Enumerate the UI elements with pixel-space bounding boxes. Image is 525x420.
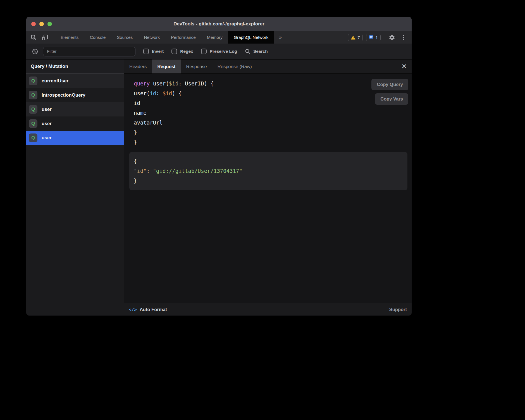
tab-elements[interactable]: Elements (55, 31, 84, 44)
code-line: avatarUrl (134, 118, 412, 128)
code-line: query user($id: UserID) { (134, 79, 412, 89)
query-list-header: Query / Mutation (26, 59, 124, 74)
tab-graphql-network[interactable]: GraphQL Network (228, 31, 274, 44)
code-line: "id": "gid://gitlab/User/13704317" (134, 166, 407, 176)
invert-checkbox[interactable] (143, 49, 149, 54)
query-row-user-2[interactable]: Q user (26, 116, 124, 131)
query-row-currentuser[interactable]: Q currentUser (26, 74, 124, 88)
regex-label: Regex (180, 49, 193, 54)
warning-count: 7 (357, 35, 360, 40)
tab-network[interactable]: Network (138, 31, 165, 44)
settings-gear-icon[interactable] (388, 33, 396, 42)
warnings-badge[interactable]: 7 (348, 34, 362, 41)
tab-console[interactable]: Console (84, 31, 111, 44)
tab-memory[interactable]: Memory (201, 31, 228, 44)
issue-count: 1 (376, 35, 378, 40)
preserve-log-checkbox-group[interactable]: Preserve Log (201, 49, 237, 54)
auto-format-toggle[interactable]: </> Auto Format (129, 307, 167, 312)
search-label: Search (253, 49, 268, 54)
code-line: } (134, 137, 412, 147)
code-line: id (134, 98, 412, 108)
request-body: query user($id: UserID) { user(id: $id) … (124, 74, 412, 303)
toolbar-divider (384, 34, 384, 41)
toolbar-divider (52, 34, 52, 41)
tab-performance[interactable]: Performance (165, 31, 201, 44)
support-link[interactable]: Support (389, 307, 407, 312)
query-row-introspectionquery[interactable]: Q IntrospectionQuery (26, 88, 124, 102)
code-line: } (134, 128, 412, 137)
query-variables-code: { "id": "gid://gitlab/User/13704317"} (134, 156, 407, 186)
code-line: } (134, 176, 407, 186)
query-row-user-1[interactable]: Q user (26, 102, 124, 116)
more-tabs-icon[interactable]: » (274, 31, 287, 44)
device-toolbar-icon[interactable] (41, 33, 49, 42)
invert-checkbox-group[interactable]: Invert (143, 49, 164, 54)
request-detail-panel: Headers Request Response Response (Raw) … (124, 59, 412, 316)
tab-sources[interactable]: Sources (111, 31, 139, 44)
inspect-element-icon[interactable] (30, 33, 38, 42)
query-type-icon: Q (29, 91, 37, 99)
graphql-query-code: query user($id: UserID) { user(id: $id) … (124, 79, 412, 147)
query-type-icon: Q (29, 133, 37, 142)
kebab-menu-icon[interactable] (399, 33, 408, 42)
detail-footer: </> Auto Format Support (124, 303, 412, 316)
query-type-icon: Q (29, 119, 37, 128)
tab-request[interactable]: Request (152, 59, 181, 73)
query-type-icon: Q (29, 105, 37, 114)
query-variables-box: { "id": "gid://gitlab/User/13704317"} (129, 152, 407, 190)
code-line: name (134, 108, 412, 118)
detail-tab-bar: Headers Request Response Response (Raw) … (124, 59, 412, 74)
tab-response[interactable]: Response (181, 59, 212, 73)
query-list-panel: Query / Mutation Q currentUser Q Introsp… (26, 59, 124, 316)
devtools-window: DevTools - gitlab.com/-/graphql-explorer (26, 17, 412, 316)
regex-checkbox[interactable] (171, 49, 177, 54)
clear-block-icon[interactable] (31, 47, 39, 56)
query-type-icon: Q (29, 77, 37, 85)
issues-badge[interactable]: 1 (366, 34, 381, 41)
filter-input[interactable] (43, 47, 135, 56)
title-bar: DevTools - gitlab.com/-/graphql-explorer (26, 17, 412, 31)
code-line: { (134, 156, 407, 166)
preserve-log-label: Preserve Log (210, 49, 237, 54)
auto-format-label: Auto Format (140, 307, 167, 312)
query-row-user-3-selected[interactable]: Q user (26, 131, 124, 145)
search-control[interactable]: Search (245, 49, 268, 54)
copy-query-button[interactable]: Copy Query (371, 79, 408, 90)
tab-headers[interactable]: Headers (124, 59, 152, 73)
panel-tabs: Elements Console Sources Network Perform… (55, 31, 274, 44)
regex-checkbox-group[interactable]: Regex (171, 49, 193, 54)
tab-response-raw[interactable]: Response (Raw) (212, 59, 257, 73)
devtools-toolbar: Elements Console Sources Network Perform… (26, 31, 412, 44)
issues-icon (369, 35, 374, 40)
preserve-log-checkbox[interactable] (201, 49, 207, 54)
search-icon (245, 49, 250, 54)
invert-label: Invert (152, 49, 164, 54)
code-brackets-icon: </> (129, 307, 137, 312)
close-detail-icon[interactable]: ✕ (397, 59, 412, 73)
code-line: user(id: $id) { (134, 89, 412, 98)
warning-icon (351, 35, 355, 40)
copy-vars-button[interactable]: Copy Vars (375, 93, 408, 105)
filter-bar: Invert Regex Preserve Log Search (26, 44, 412, 59)
window-title: DevTools - gitlab.com/-/graphql-explorer (26, 21, 412, 27)
